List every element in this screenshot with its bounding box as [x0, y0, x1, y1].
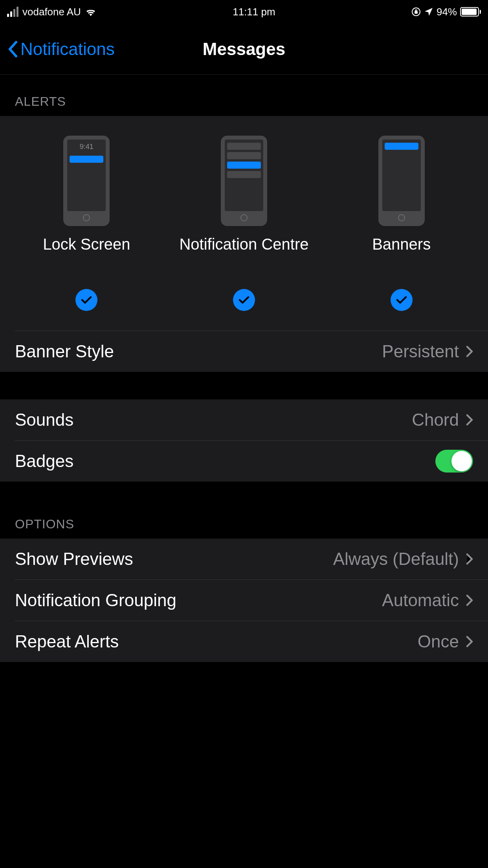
- status-bar: vodafone AU 11:11 pm 94%: [0, 0, 488, 24]
- battery-icon: [460, 7, 481, 17]
- mock-time: 9:41: [70, 143, 103, 151]
- row-value: Automatic: [382, 590, 459, 610]
- orientation-lock-icon: [411, 7, 421, 17]
- phone-mock-banners-icon: [378, 136, 425, 226]
- alert-type-notification-centre[interactable]: Notification Centre: [166, 136, 322, 311]
- row-show-previews[interactable]: Show Previews Always (Default): [0, 539, 488, 579]
- carrier-label: vodafone AU: [22, 6, 81, 18]
- check-icon: [233, 289, 255, 311]
- row-label: Badges: [15, 451, 73, 471]
- page-title: Messages: [203, 39, 285, 59]
- row-value: Chord: [412, 410, 459, 430]
- signal-icon: [7, 7, 18, 17]
- check-icon: [391, 289, 413, 311]
- section-header-alerts: ALERTS: [0, 75, 488, 116]
- back-button[interactable]: Notifications: [8, 39, 115, 59]
- chevron-right-icon: [466, 636, 473, 647]
- alert-label-banners: Banners: [372, 234, 431, 277]
- chevron-right-icon: [466, 553, 473, 565]
- location-icon: [424, 7, 433, 17]
- row-banner-style[interactable]: Banner Style Persistent: [0, 331, 488, 372]
- row-notification-grouping[interactable]: Notification Grouping Automatic: [0, 580, 488, 621]
- check-icon: [75, 289, 97, 311]
- section-header-options: OPTIONS: [0, 482, 488, 539]
- svg-rect-1: [415, 11, 417, 13]
- chevron-right-icon: [466, 594, 473, 606]
- row-label: Sounds: [15, 410, 73, 430]
- row-value: Persistent: [382, 342, 459, 361]
- row-value: Once: [418, 632, 459, 651]
- phone-mock-notification-centre-icon: [221, 136, 267, 226]
- row-label: Show Previews: [15, 549, 133, 569]
- chevron-left-icon: [8, 40, 18, 58]
- row-value: Always (Default): [333, 549, 459, 569]
- row-badges: Badges: [0, 441, 488, 482]
- row-label: Repeat Alerts: [15, 632, 119, 651]
- alert-label-notification-centre: Notification Centre: [179, 234, 308, 277]
- chevron-right-icon: [466, 346, 473, 357]
- wifi-icon: [85, 7, 97, 16]
- badges-toggle[interactable]: [435, 450, 473, 473]
- row-label: Notification Grouping: [15, 590, 176, 610]
- alert-type-banners[interactable]: Banners: [323, 136, 479, 311]
- nav-header: Notifications Messages: [0, 24, 488, 75]
- chevron-right-icon: [466, 414, 473, 426]
- alert-type-lock-screen[interactable]: 9:41 Lock Screen: [9, 136, 165, 311]
- alerts-panel: 9:41 Lock Screen Notification: [0, 116, 488, 372]
- status-time: 11:11 pm: [233, 6, 275, 18]
- alert-label-lock-screen: Lock Screen: [43, 234, 130, 277]
- back-label: Notifications: [20, 39, 115, 59]
- row-label: Banner Style: [15, 342, 114, 361]
- battery-percent: 94%: [437, 6, 457, 18]
- row-repeat-alerts[interactable]: Repeat Alerts Once: [0, 621, 488, 662]
- row-sounds[interactable]: Sounds Chord: [0, 399, 488, 440]
- phone-mock-lock-screen-icon: 9:41: [63, 136, 110, 226]
